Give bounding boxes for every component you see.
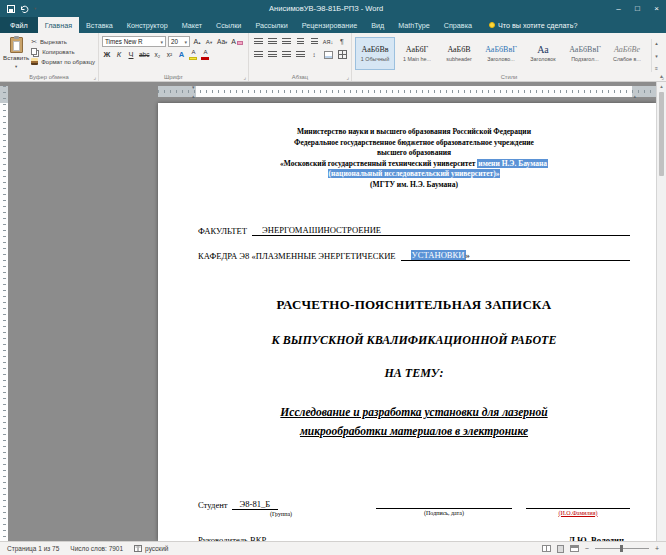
show-marks-button[interactable]: ¶ [336,36,348,48]
ministry-line: Министерство науки и высшего образования… [198,127,630,138]
multilevel-list-button[interactable] [280,36,292,48]
font-size-select[interactable]: 20 ▾ [168,36,190,47]
quote-close: » [466,250,470,260]
read-mode-icon[interactable] [542,545,551,552]
zoom-in-icon[interactable]: + [655,544,659,554]
university-short-line: (МГТУ им. Н.Э. Баумана) [198,180,630,191]
tab-home[interactable]: Главная [38,17,79,33]
clear-formatting-button[interactable]: А [230,36,244,47]
horizontal-ruler[interactable]: ▾ ▴ ▴ [158,86,656,97]
clipboard-dialog-launcher[interactable]: ⌟ [93,74,96,80]
styles-more-icon[interactable]: ≡ [655,65,658,71]
shrink-font-button[interactable]: А▾ [204,36,214,47]
document-page[interactable]: Министерство науки и высшего образования… [158,103,656,541]
styles-scroll-down-icon[interactable]: ▾ [655,53,658,59]
subscript-button[interactable]: x₂ [152,49,162,60]
font-color-button[interactable]: А [200,49,210,60]
first-line-indent-marker[interactable]: ▾ [192,85,195,89]
ruler-ticks [3,86,6,541]
tell-me-box[interactable]: Что вы хотите сделать? [489,17,577,33]
cut-button[interactable]: ✂ Вырезать [31,39,95,45]
print-layout-icon[interactable] [557,545,564,553]
vertical-scrollbar[interactable]: ▴ [656,82,666,541]
justify-button[interactable] [294,49,306,61]
font-color-icon: А [203,49,207,56]
font-family-value: Times New R [105,38,143,45]
highlight-color-button[interactable]: А [188,49,198,60]
style-preview: АаБбВвГ [485,45,517,55]
format-painter-button[interactable]: Формат по образцу [31,58,95,65]
font-size-value: 20 [171,38,178,45]
page-count[interactable]: Страница 1 из 75 [7,545,59,552]
font-family-select[interactable]: Times New R ▾ [102,36,166,47]
style-card-main-heading[interactable]: АаБбГ 1 Main he... [397,37,437,70]
bold-button[interactable]: Ж [102,49,112,60]
bullets-button[interactable] [252,36,264,48]
save-icon[interactable] [7,5,15,13]
paste-icon [10,37,23,53]
zoom-slider[interactable] [595,548,649,549]
close-button[interactable]: × [647,0,666,17]
minimize-button[interactable]: – [609,0,628,17]
tab-mathtype[interactable]: MathType [391,17,437,33]
web-layout-icon[interactable] [570,545,579,552]
decrease-indent-button[interactable] [294,36,306,48]
tab-review[interactable]: Рецензирование [295,17,365,33]
style-preview: Аа [537,45,549,55]
zoom-slider-thumb[interactable] [620,545,623,552]
style-card-title[interactable]: Аа Заголовок [523,37,563,70]
increase-indent-button[interactable] [308,36,320,48]
strikethrough-button[interactable]: abc [138,49,150,60]
faculty-label: ФАКУЛЬТЕТ [198,226,247,236]
maximize-button[interactable]: □ [628,0,647,17]
zoom-out-icon[interactable]: − [585,544,589,554]
numbering-button[interactable] [266,36,278,48]
undo-icon[interactable] [20,5,29,13]
style-card-normal[interactable]: АаБбВв 1 Обычный [355,37,395,70]
paragraph-dialog-launcher[interactable]: ⌟ [346,74,349,80]
tab-mailings[interactable]: Рассылки [248,17,294,33]
word-count[interactable]: Число слов: 7901 [70,545,123,552]
grow-font-button[interactable]: А▴ [192,36,202,47]
style-card-heading1[interactable]: АаБбВвГ Заголово... [481,37,521,70]
tab-file[interactable]: Файл [0,17,38,33]
right-indent-marker[interactable]: ▴ [633,94,636,98]
styles-scroll-up-icon[interactable]: ▴ [655,40,658,46]
tab-design[interactable]: Конструктор [120,17,175,33]
shading-button[interactable] [322,49,334,61]
title-bar: ▾ АнисимовУВ-Э8-81Б-РПЗ - Word – □ × [0,0,666,17]
tab-view[interactable]: Вид [364,17,391,33]
style-card-subtitle[interactable]: АаБбВвГ Подзагол... [565,37,605,70]
ribbon-collapse-icon[interactable]: ▴ [660,72,663,79]
change-case-button[interactable]: Аа▾ [216,36,228,47]
tab-references[interactable]: Ссылки [209,17,248,33]
scrollbar-thumb[interactable] [659,92,664,176]
language-status[interactable]: русский [134,545,168,552]
tab-help[interactable]: Справка [437,17,479,33]
eraser-icon [237,41,243,45]
tab-insert[interactable]: Вставка [79,17,120,33]
copy-button[interactable]: Копировать [31,48,95,55]
scroll-up-icon[interactable]: ▴ [657,82,666,91]
italic-button[interactable]: К [114,49,124,60]
superscript-button[interactable]: x² [164,49,174,60]
style-name: 1 Main he... [403,56,431,62]
borders-button[interactable] [336,49,348,61]
style-name: subheader [446,56,471,62]
styles-group: АаБбВв 1 Обычный АаБбГ 1 Main he... АаБб… [352,33,666,81]
vertical-ruler[interactable] [0,86,8,541]
align-center-button[interactable] [266,49,278,61]
style-card-subheader[interactable]: АаБбВ subheader [439,37,479,70]
font-dialog-launcher[interactable]: ⌟ [243,74,246,80]
left-indent-marker[interactable]: ▴ [192,94,195,98]
sort-button[interactable]: АЯ↓ [322,36,334,48]
tab-layout[interactable]: Макет [175,17,209,33]
paste-button[interactable]: Вставить ▾ [3,35,29,71]
line-spacing-button[interactable]: ↕ [308,49,320,61]
align-right-button[interactable] [280,49,292,61]
style-card-subtle-emphasis[interactable]: АаБбВе Слабое в... [607,37,647,70]
text-effects-button[interactable]: А [176,49,186,60]
customize-qat-icon[interactable]: ▾ [34,4,36,13]
align-left-button[interactable] [252,49,264,61]
underline-button[interactable]: Ч [126,49,136,60]
